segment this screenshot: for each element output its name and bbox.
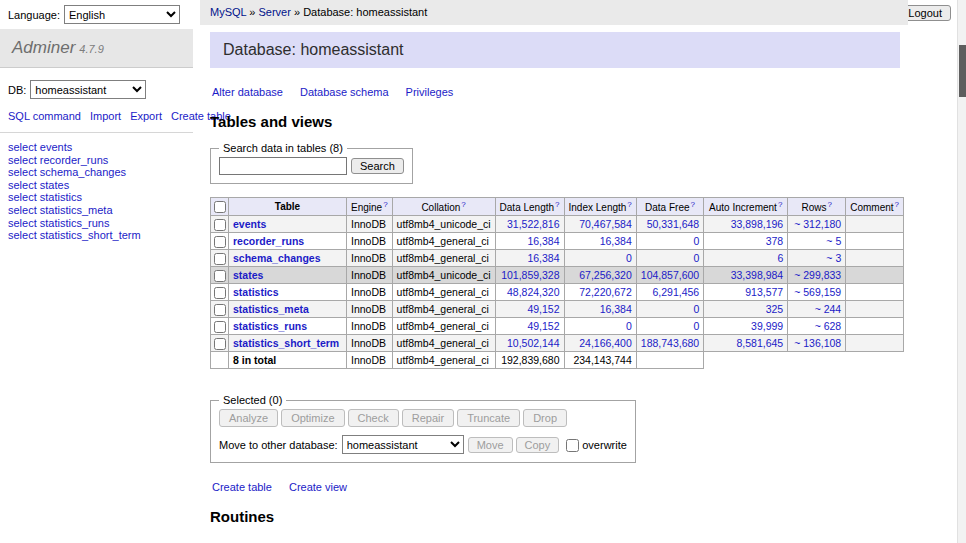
help-icon[interactable]: ? [828,200,832,209]
cell-index-length-link[interactable]: 0 [626,320,632,332]
bulk-optimize-button[interactable]: Optimize [281,409,344,427]
cell-data-free-link[interactable]: 50,331,648 [647,218,700,230]
cell-data-free-link[interactable]: 6,291,456 [653,286,700,298]
overwrite-checkbox[interactable] [566,439,579,452]
cell-auto-increment-link[interactable]: 8,581,645 [737,337,784,349]
table-link-schema_changes[interactable]: schema_changes [233,252,321,264]
cell-rows-link[interactable]: ~ 569,159 [794,286,841,298]
breadcrumb-server[interactable]: Server [259,6,291,18]
db-select[interactable]: homeassistant [30,80,146,99]
cell-rows-link[interactable]: ~ 299,833 [794,269,841,281]
table-link-statistics[interactable]: statistics [233,286,279,298]
sidebar-table-link-select-recorder-runs[interactable]: select recorder_runs [8,154,185,167]
table-link-recorder_runs[interactable]: recorder_runs [233,235,304,247]
sidebar-table-link-select-states[interactable]: select states [8,179,185,192]
table-link-events[interactable]: events [233,218,266,230]
row-checkbox-events[interactable] [214,219,226,231]
select-all-checkbox[interactable] [214,201,226,213]
cell-data-free-link[interactable]: 0 [693,252,699,264]
sidebar-table-link-select-statistics[interactable]: select statistics [8,191,185,204]
sidebar-table-link-select-statistics-short-term[interactable]: select statistics_short_term [8,229,185,242]
row-checkbox-statistics_meta[interactable] [214,304,226,316]
cell-data-length-link[interactable]: 16,384 [527,252,559,264]
sidebar-table-link-select-statistics-runs[interactable]: select statistics_runs [8,217,185,230]
db-action-privileges[interactable]: Privileges [406,86,454,98]
cell-data-free-link[interactable]: 0 [693,235,699,247]
db-action-alter-database[interactable]: Alter database [212,86,283,98]
cell-auto-increment-link[interactable]: 33,398,984 [731,269,784,281]
cell-data-length-link[interactable]: 16,384 [527,235,559,247]
cell-rows-link[interactable]: ~ 5 [826,235,841,247]
cell-data-length-link[interactable]: 49,152 [527,320,559,332]
cell-auto-increment-link[interactable]: 325 [766,303,784,315]
cell-index-length-link[interactable]: 24,166,400 [579,337,632,349]
move-button[interactable]: Move [468,437,513,453]
breadcrumb-mysql[interactable]: MySQL [210,6,246,18]
scrollbar-track[interactable] [957,0,966,543]
cell-auto-increment-link[interactable]: 378 [766,235,784,247]
cell-data-length-link[interactable]: 48,824,320 [507,286,560,298]
create-link-create-view[interactable]: Create view [289,481,347,493]
cell-auto-increment-link[interactable]: 39,999 [751,320,783,332]
bulk-truncate-button[interactable]: Truncate [457,409,520,427]
db-action-database-schema[interactable]: Database schema [300,86,389,98]
search-input[interactable] [219,157,347,175]
cell-rows-link[interactable]: ~ 244 [815,303,842,315]
cell-index-length-link[interactable]: 0 [626,252,632,264]
row-checkbox-recorder_runs[interactable] [214,236,226,248]
cell-index-length-link[interactable]: 67,256,320 [579,269,632,281]
cell-auto-increment-link[interactable]: 913,577 [745,286,783,298]
row-checkbox-states[interactable] [214,270,226,282]
cell-data-length-link[interactable]: 101,859,328 [501,269,559,281]
search-button[interactable]: Search [351,158,404,174]
cell-data-free-link[interactable]: 104,857,600 [641,269,699,281]
cell-rows-link[interactable]: ~ 3 [826,252,841,264]
help-icon[interactable]: ? [461,200,465,209]
move-db-select[interactable]: homeassistant [342,435,464,454]
row-checkbox-schema_changes[interactable] [214,253,226,265]
help-icon[interactable]: ? [627,200,631,209]
cell-index-length-link[interactable]: 70,467,584 [579,218,632,230]
help-icon[interactable]: ? [778,200,782,209]
bulk-drop-button[interactable]: Drop [523,409,567,427]
sidebar-table-link-select-schema-changes[interactable]: select schema_changes [8,166,185,179]
bulk-repair-button[interactable]: Repair [402,409,454,427]
help-icon[interactable]: ? [691,200,695,209]
scrollbar-thumb[interactable] [959,45,966,97]
help-icon[interactable]: ? [555,200,559,209]
sidebar-link-sql-command[interactable]: SQL command [8,110,81,122]
cell-auto-increment-link[interactable]: 33,898,196 [731,218,784,230]
row-checkbox-statistics_short_term[interactable] [214,338,226,350]
help-icon[interactable]: ? [895,200,899,209]
help-icon[interactable]: ? [383,200,387,209]
cell-data-free-link[interactable]: 0 [693,303,699,315]
cell-rows-link[interactable]: ~ 312,180 [794,218,841,230]
sidebar-table-link-select-statistics-meta[interactable]: select statistics_meta [8,204,185,217]
table-link-states[interactable]: states [233,269,263,281]
table-link-statistics_runs[interactable]: statistics_runs [233,320,307,332]
column-header-rows: Rows? [788,198,846,216]
cell-auto-increment-link[interactable]: 6 [777,252,783,264]
copy-button[interactable]: Copy [516,437,560,453]
cell-rows-link[interactable]: ~ 136,108 [794,337,841,349]
bulk-check-button[interactable]: Check [348,409,399,427]
cell-data-free-link[interactable]: 188,743,680 [641,337,699,349]
create-link-create-table[interactable]: Create table [212,481,272,493]
sidebar-table-link-select-events[interactable]: select events [8,141,185,154]
cell-index-length-link[interactable]: 72,220,672 [579,286,632,298]
cell-data-length-link[interactable]: 49,152 [527,303,559,315]
row-checkbox-statistics[interactable] [214,287,226,299]
table-link-statistics_meta[interactable]: statistics_meta [233,303,309,315]
bulk-analyze-button[interactable]: Analyze [219,409,278,427]
cell-index-length-link[interactable]: 16,384 [600,235,632,247]
cell-data-free-link[interactable]: 0 [693,320,699,332]
row-checkbox-statistics_runs[interactable] [214,321,226,333]
cell-data-length-link[interactable]: 31,522,816 [507,218,560,230]
sidebar-link-import[interactable]: Import [90,110,121,122]
table-link-statistics_short_term[interactable]: statistics_short_term [233,337,339,349]
cell-data-length-link[interactable]: 10,502,144 [507,337,560,349]
cell-index-length-link[interactable]: 16,384 [600,303,632,315]
sidebar-link-export[interactable]: Export [130,110,162,122]
cell-rows-link[interactable]: ~ 628 [815,320,842,332]
language-select[interactable]: English [64,5,180,24]
